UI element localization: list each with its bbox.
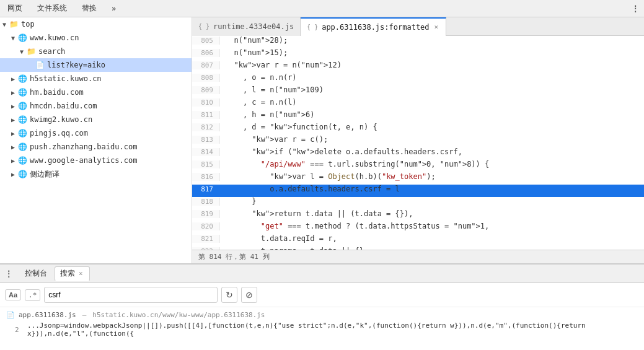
tree-item-push.zhanzhang.baidu.com[interactable]: ▶🌐push.zhanzhang.baidu.com <box>0 140 192 154</box>
cloud-icon: 🌐 <box>17 88 27 97</box>
tab-console[interactable]: 控制台 <box>20 266 52 281</box>
code-line-807: 807 "kw">var r = n("num">12) <box>192 61 644 73</box>
result-file-header: 📄 app.6311638.js — h5static.kuwo.cn/www/… <box>0 310 644 320</box>
tree-arrow[interactable]: ▼ <box>9 35 17 42</box>
tab-icon: { } <box>198 23 210 30</box>
code-text: "get" === t.method ? (t.data.httpsStatus… <box>220 222 489 230</box>
line-number: 810 <box>192 98 220 107</box>
tab-search[interactable]: 搜索× <box>55 266 90 281</box>
cloud-icon: 🌐 <box>17 102 27 110</box>
main-area: ▼📁top▼🌐www.kuwo.cn▼📁search📄list?key=aiko… <box>0 17 644 263</box>
code-text: "kw">if ("kw">delete o.a.defaults.header… <box>220 147 462 156</box>
tab-runtime[interactable]: { }runtime.4334e04.js <box>192 17 301 36</box>
line-number: 820 <box>192 222 220 230</box>
refresh-search-button[interactable]: ↻ <box>221 287 237 303</box>
search-bar: Aa .* ↻ ⊘ <box>0 283 644 307</box>
menu-dots[interactable]: ⋮ <box>632 4 639 13</box>
code-text: , c = n.n(l) <box>220 98 297 107</box>
code-text: o.a.defaults.headers.csrf = l <box>220 185 400 193</box>
bottom-tab-label-console: 控制台 <box>25 268 47 279</box>
line-number: 813 <box>192 136 220 144</box>
code-text: , d = "kw">function(t, e, n) { <box>220 123 377 131</box>
tree-item-hmcdn.baidu.com[interactable]: ▶🌐hmcdn.baidu.com <box>0 99 192 113</box>
line-number: 805 <box>192 37 220 45</box>
tab-label: runtime.4334e04.js <box>213 22 294 31</box>
tab-close-icon[interactable]: × <box>433 23 440 31</box>
result-line-text: ...Jsonp=window.webpackJsonp||[]).push([… <box>27 322 629 338</box>
line-number: 816 <box>192 173 220 181</box>
menu-webpage[interactable]: 网页 <box>5 2 25 15</box>
tree-item-kwimg2.kuwo.cn[interactable]: ▶🌐kwimg2.kuwo.cn <box>0 113 192 126</box>
bottom-tab-bar: ⋮ 控制台 搜索× <box>0 265 644 283</box>
code-text: n("num">15); <box>220 48 288 57</box>
tree-arrow[interactable]: ▶ <box>9 144 17 151</box>
tree-item-pingjs.qq.com[interactable]: ▶🌐pingjs.qq.com <box>0 126 192 140</box>
bottom-panel-dots[interactable]: ⋮ <box>5 269 12 278</box>
tree-item-www.kuwo.cn[interactable]: ▼🌐www.kuwo.cn <box>0 31 192 45</box>
code-line-816: 816 "kw">var l = Object(h.b)("kw_token")… <box>192 172 644 185</box>
tree-arrow[interactable]: ▶ <box>9 130 17 137</box>
code-text: "/api/www" === t.url.substring("num">0, … <box>220 160 489 168</box>
tree-arrow[interactable]: ▶ <box>9 157 17 164</box>
tree-arrow[interactable]: ▶ <box>9 171 17 178</box>
menu-replace[interactable]: 替换 <box>79 2 99 15</box>
code-line-808: 808 , o = n.n(r) <box>192 73 644 85</box>
tree-item-top[interactable]: ▼📁top <box>0 17 192 31</box>
result-line-1[interactable]: 2 ...Jsonp=window.webpackJsonp||[]).push… <box>0 320 644 339</box>
bottom-tab-close-icon[interactable]: × <box>77 269 84 278</box>
code-line-806: 806 n("num">15); <box>192 48 644 61</box>
tree-arrow[interactable]: ▶ <box>9 116 17 123</box>
tree-item-sidetranslate[interactable]: ▶🌐侧边翻译 <box>0 167 192 181</box>
tab-bar: { }runtime.4334e04.js{ }app.6311638.js:f… <box>192 17 644 36</box>
tree-label: hm.baidu.com <box>29 88 84 97</box>
file-icon: 📄 <box>35 61 45 69</box>
tree-label: push.zhanzhang.baidu.com <box>29 142 137 151</box>
menu-filesystem[interactable]: 文件系统 <box>35 2 69 15</box>
tree-item-list?key=aiko[interactable]: 📄list?key=aiko <box>0 58 192 72</box>
status-text: 第 814 行，第 41 列 <box>198 252 270 261</box>
tree-label: search <box>37 47 65 56</box>
line-number: 811 <box>192 111 220 119</box>
tree-label: kwimg2.kuwo.cn <box>29 115 92 124</box>
case-sensitive-toggle[interactable]: Aa <box>5 289 21 300</box>
code-text: "kw">var l = Object(h.b)("kw_token"); <box>220 172 436 181</box>
tree-item-www.google-analytics.com[interactable]: ▶🌐www.google-analytics.com <box>0 154 192 167</box>
code-text: "kw">var r = n("num">12) <box>220 61 342 69</box>
code-content[interactable]: 805 n("num">28);806 n("num">15);807 "kw"… <box>192 36 644 250</box>
tree-arrow[interactable]: ▶ <box>9 76 17 82</box>
cancel-search-button[interactable]: ⊘ <box>241 287 257 303</box>
line-number: 815 <box>192 160 220 168</box>
tree-label: pingjs.qq.com <box>29 129 88 138</box>
tree-arrow[interactable]: ▼ <box>17 48 26 55</box>
cloud-icon: 🌐 <box>17 129 27 138</box>
tree-arrow[interactable]: ▶ <box>9 103 17 110</box>
tree-item-hm.baidu.com[interactable]: ▶🌐hm.baidu.com <box>0 85 192 99</box>
tree-item-h5static.kuwo.cn[interactable]: ▶🌐h5static.kuwo.cn <box>0 72 192 85</box>
code-text: "kw">var r = c(); <box>220 135 328 144</box>
editor-area: { }runtime.4334e04.js{ }app.6311638.js:f… <box>192 17 644 263</box>
tab-app[interactable]: { }app.6311638.js:formatted× <box>301 17 446 36</box>
folder-icon: 📁 <box>26 47 36 56</box>
result-file-path: h5static.kuwo.cn/www/kw-www/app.6311638.… <box>92 311 265 319</box>
search-input[interactable] <box>44 287 218 303</box>
tree-arrow[interactable]: ▶ <box>9 89 17 96</box>
code-line-814: 814 "kw">if ("kw">delete o.a.defaults.he… <box>192 147 644 160</box>
line-number: 818 <box>192 198 220 206</box>
bottom-tab-label-search: 搜索 <box>60 268 75 279</box>
menu-more[interactable]: » <box>109 3 118 14</box>
regex-toggle[interactable]: .* <box>25 289 40 301</box>
code-line-815: 815 "/api/www" === t.url.substring("num"… <box>192 160 644 172</box>
code-text: "kw">return t.data || (t.data = {}), <box>220 209 413 218</box>
search-results: 📄 app.6311638.js — h5static.kuwo.cn/www/… <box>0 307 644 350</box>
line-number: 812 <box>192 123 220 131</box>
code-line-817: 817 o.a.defaults.headers.csrf = l <box>192 185 644 197</box>
cloud-icon: 🌐 <box>17 33 27 42</box>
tree-label: list?key=aiko <box>46 61 105 69</box>
tree-label: www.kuwo.cn <box>29 33 79 42</box>
result-file-name: app.6311638.js <box>19 311 76 319</box>
tree-item-search[interactable]: ▼📁search <box>0 45 192 58</box>
line-number: 809 <box>192 86 220 94</box>
cloud-icon: 🌐 <box>17 74 27 83</box>
tree-arrow[interactable]: ▼ <box>0 21 9 28</box>
tree-label: 侧边翻译 <box>29 169 60 180</box>
